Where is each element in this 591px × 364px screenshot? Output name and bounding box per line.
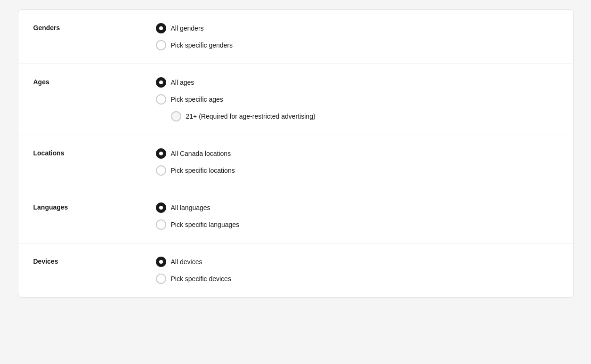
options-ages: All agesPick specific ages21+ (Required … [156, 77, 316, 121]
options-languages: All languagesPick specific languages [156, 202, 240, 230]
option-all-ages[interactable]: All ages [156, 77, 316, 88]
targeting-form: GendersAll gendersPick specific gendersA… [18, 9, 574, 298]
option-label-all-devices: All devices [171, 258, 202, 266]
radio-all-canada-locations[interactable] [156, 148, 166, 159]
radio-pick-specific-languages[interactable] [156, 219, 166, 230]
section-languages: LanguagesAll languagesPick specific lang… [18, 189, 573, 243]
section-label-ages: Ages [33, 77, 156, 86]
radio-21-plus[interactable] [171, 111, 181, 121]
radio-pick-specific-genders[interactable] [156, 40, 166, 50]
option-label-all-canada-locations: All Canada locations [171, 150, 231, 157]
section-label-locations: Locations [33, 148, 156, 157]
section-genders: GendersAll gendersPick specific genders [18, 10, 573, 64]
radio-inner-all-devices [159, 260, 163, 264]
radio-pick-specific-locations[interactable] [156, 165, 166, 176]
radio-pick-specific-devices[interactable] [156, 274, 166, 284]
radio-pick-specific-ages[interactable] [156, 94, 166, 105]
options-devices: All devicesPick specific devices [156, 257, 231, 284]
radio-all-languages[interactable] [156, 202, 166, 213]
option-all-languages[interactable]: All languages [156, 202, 240, 213]
option-all-genders[interactable]: All genders [156, 23, 233, 33]
option-all-devices[interactable]: All devices [156, 257, 231, 267]
option-label-all-genders: All genders [171, 24, 204, 32]
section-label-genders: Genders [33, 23, 156, 32]
option-label-pick-specific-locations: Pick specific locations [171, 167, 235, 174]
option-pick-specific-languages[interactable]: Pick specific languages [156, 219, 240, 230]
option-all-canada-locations[interactable]: All Canada locations [156, 148, 235, 159]
radio-inner-all-ages [159, 81, 163, 84]
radio-all-devices[interactable] [156, 257, 166, 267]
section-ages: AgesAll agesPick specific ages21+ (Requi… [18, 64, 573, 135]
option-label-all-ages: All ages [171, 79, 194, 86]
option-pick-specific-ages[interactable]: Pick specific ages [156, 94, 316, 105]
section-label-languages: Languages [33, 202, 156, 211]
radio-inner-all-languages [159, 206, 163, 210]
option-21-plus[interactable]: 21+ (Required for age-restricted adverti… [171, 111, 316, 121]
option-pick-specific-devices[interactable]: Pick specific devices [156, 274, 231, 284]
option-label-21-plus: 21+ (Required for age-restricted adverti… [186, 113, 316, 120]
section-label-devices: Devices [33, 257, 156, 265]
option-label-pick-specific-ages: Pick specific ages [171, 96, 223, 103]
radio-inner-all-genders [159, 26, 163, 30]
section-locations: LocationsAll Canada locationsPick specif… [18, 135, 573, 189]
option-label-pick-specific-languages: Pick specific languages [171, 221, 240, 228]
option-pick-specific-genders[interactable]: Pick specific genders [156, 40, 233, 50]
radio-inner-all-canada-locations [159, 152, 163, 155]
option-label-pick-specific-devices: Pick specific devices [171, 275, 231, 283]
radio-all-genders[interactable] [156, 23, 166, 33]
option-pick-specific-locations[interactable]: Pick specific locations [156, 165, 235, 176]
section-devices: DevicesAll devicesPick specific devices [18, 243, 573, 297]
option-label-all-languages: All languages [171, 204, 210, 211]
option-label-pick-specific-genders: Pick specific genders [171, 41, 233, 49]
options-genders: All gendersPick specific genders [156, 23, 233, 50]
radio-all-ages[interactable] [156, 77, 166, 88]
options-locations: All Canada locationsPick specific locati… [156, 148, 235, 176]
